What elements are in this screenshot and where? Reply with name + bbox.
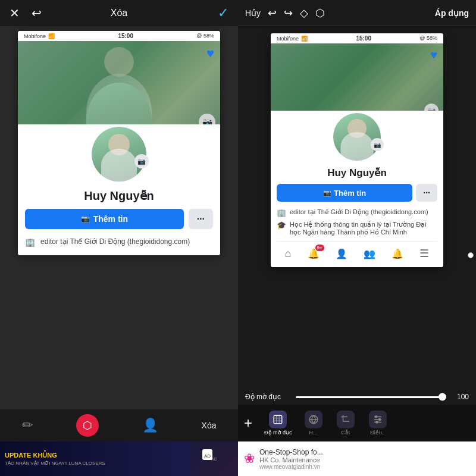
bio-edu-right: 🎓 Học Hệ thống thông tin quản lý tại Trư… [277,219,437,238]
left-canvas: Mobifone 📶 15:00 @ 58% [0,26,238,409]
crop-tool-label: Cắt [341,430,350,436]
layers-button[interactable]: ⬡ [315,7,325,20]
heart-icon-left: ♥ [206,46,214,61]
right-ad-sub: HK Co. Maintenance [259,456,470,464]
lotus-icon: ❀ [244,451,255,466]
delete-label: Xóa [202,421,217,430]
undo-button-left[interactable]: ↩ [32,6,42,20]
nav-home-icon[interactable]: ⌂ [285,248,292,260]
eraser-icon: ⬡ [83,419,92,432]
adjust-tool-label: Điều.. [370,430,385,436]
right-profile-section: 📷 Huy Nguyễn 📷 Thêm tin ··· 🏢 editor tại… [271,111,443,267]
selection-handle-right[interactable] [468,252,474,258]
nav-badge: 9+ [315,245,324,251]
person-icon: 👤 [142,418,158,433]
wifi-icon: 📶 [48,33,55,39]
opacity-label: Độ mờ đục [245,393,290,401]
crop-tool[interactable]: Cắt [330,408,361,438]
tool-2[interactable]: H... [298,408,329,438]
bottom-nav-right: ⌂ 🔔 9+ 👤 👥 🔔 ☰ [277,242,437,262]
opacity-track[interactable] [296,396,446,398]
close-button[interactable]: ✕ [10,6,20,20]
undo-button-right[interactable]: ↩ [268,7,277,20]
nav-notifications-icon[interactable]: 🔔 9+ [308,248,320,259]
right-toolbar: Hủy ↩ ↪ ◇ ⬡ Áp dụng [238,0,476,26]
right-ad-text: One-Stop-Shop fo... [259,448,470,456]
svg-point-4 [376,421,378,423]
more-button-left[interactable]: ··· [189,209,213,229]
wifi-icon-right: 📶 [301,36,308,42]
right-panel: Hủy ↩ ↪ ◇ ⬡ Áp dụng Mobifone 📶 15:00 @ 5… [238,0,476,476]
eraser-tool[interactable]: ⬡ [76,414,99,437]
delete-tool[interactable]: Xóa [202,421,217,430]
left-bottom-toolbar: ✏ ⬡ 👤 Xóa [0,409,238,441]
right-ad-url: www.meovatgiadinh.vn [259,464,470,470]
profile-name-left: Huy Nguyễn [25,189,213,203]
adjust-tool[interactable]: Điều.. [362,408,393,438]
add-info-button-left[interactable]: 📷 Thêm tin [25,209,184,229]
svg-rect-0 [274,415,283,424]
add-layer-button[interactable]: + [238,414,258,433]
right-canvas: Mobifone 📶 15:00 @ 58% ♥ 📷 [238,26,476,389]
tool-2-label: H... [309,430,318,436]
more-button-right[interactable]: ··· [416,184,437,202]
avatar-camera-badge-right[interactable]: 📷 [371,138,384,151]
nav-bell-icon[interactable]: 🔔 [392,248,403,259]
nav-profile-icon[interactable]: 👤 [336,248,347,259]
opacity-tool-label: Độ mờ đục [264,430,292,436]
add-info-button-right[interactable]: 📷 Thêm tin [277,184,412,202]
left-toolbar: ✕ ↩ Xóa ✓ [0,0,238,26]
profile-avatar-right [331,111,383,163]
pen-icon: ✏ [22,418,33,433]
confirm-button[interactable]: ✓ [218,5,228,21]
opacity-value: 100 [452,393,469,401]
redo-button[interactable]: ↪ [284,7,293,20]
left-phone-screen: Mobifone 📶 15:00 @ 58% [18,31,220,255]
left-toolbar-title: Xóa [83,8,156,18]
profile-name-right: Huy Nguyễn [277,167,437,179]
bio-work-left: 🏢 editor tại Thế Giới Di Động (thegioidi… [25,235,213,249]
right-phone-screen: Mobifone 📶 15:00 @ 58% ♥ 📷 [271,33,443,267]
nav-friends-icon[interactable]: 👥 [364,248,375,259]
svg-point-3 [378,419,380,421]
bio-work-right: 🏢 editor tại Thế Giới Di Động (thegioidi… [277,206,437,219]
opacity-tool[interactable]: Độ mờ đục [259,408,297,438]
avatar-camera-badge-left[interactable]: 📷 [134,154,149,168]
apply-button[interactable]: Áp dụng [435,8,469,18]
right-ad-banner[interactable]: ❀ One-Stop-Shop fo... HK Co. Maintenance… [238,441,476,476]
eraser-button[interactable]: ◇ [300,7,308,20]
right-status-bar: Mobifone 📶 15:00 @ 58% [271,33,443,43]
svg-point-2 [375,416,377,418]
left-panel: ✕ ↩ Xóa ✓ Mobifone 📶 15:00 @ 58% [0,0,238,476]
right-bottom-tools: + Độ mờ đục H... [238,405,476,441]
pen-tool[interactable]: ✏ [22,418,33,433]
cancel-button[interactable]: Hủy [245,8,261,18]
heart-icon-right: ♥ [430,48,437,62]
left-ad-banner[interactable]: UPDATE KHỦNG TẠO NHÂN VẬT MỚI NGAY!! LUN… [0,441,238,476]
left-status-bar: Mobifone 📶 15:00 @ 58% [18,31,220,41]
left-profile-section: 📷 Huy Nguyễn 📷 Thêm tin ··· 🏢 editor tại… [18,124,220,255]
person-tool[interactable]: 👤 [142,418,158,433]
nav-menu-icon[interactable]: ☰ [419,247,429,260]
opacity-slider-row: Độ mờ đục 100 [238,389,476,405]
